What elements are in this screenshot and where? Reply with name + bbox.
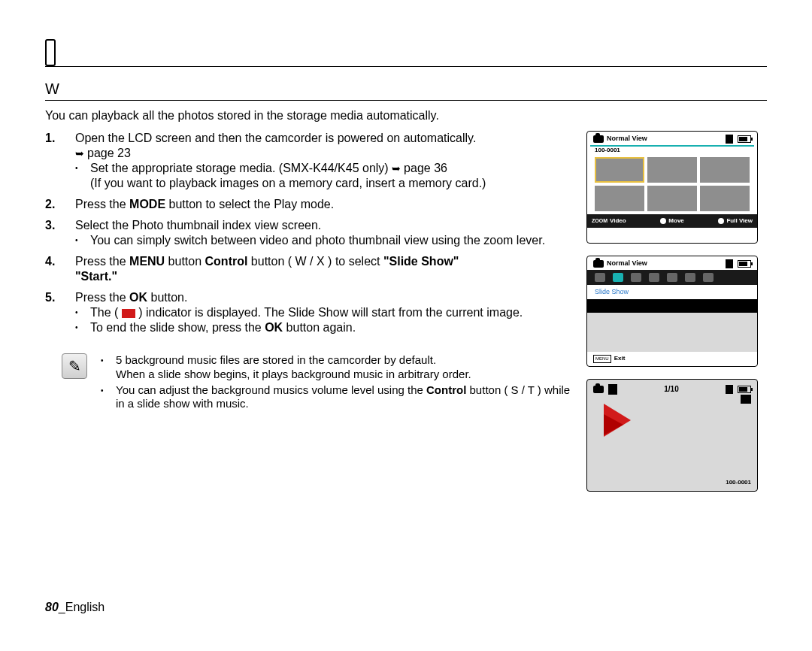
note-1: 5 background music files are stored in t… (101, 353, 577, 382)
camera-icon (593, 386, 604, 393)
slide-show-option[interactable]: Slide Show (587, 285, 757, 299)
fullview-icon (718, 218, 724, 224)
step-5-sub-2: To end the slide show, press the OK butt… (75, 320, 577, 335)
storage-icon (608, 384, 617, 395)
move-icon (660, 218, 666, 224)
folder-label: 100-0001 (726, 479, 751, 486)
view-title: Normal View (607, 259, 647, 268)
thumb-2[interactable] (647, 157, 697, 183)
camera-icon (593, 135, 604, 143)
slideshow-indicator-icon (122, 309, 135, 318)
note-2: You can adjust the background musics vol… (101, 383, 577, 412)
lcd-slideshow-play: 1/10 100-0001 (586, 379, 758, 492)
step-1-sub: Set the appropriate storage media. (SMX-… (75, 161, 577, 191)
thumb-5[interactable] (647, 186, 697, 211)
move-label: Move (668, 217, 683, 225)
camera-icon (593, 260, 604, 268)
step-5-sub-1: The ( ) indicator is displayed. The Slid… (75, 305, 577, 320)
menu-ico-5[interactable] (667, 273, 677, 282)
battery-icon (738, 260, 751, 268)
storage-icon (726, 259, 733, 268)
note-icon: ✎ (62, 353, 87, 379)
step-2: 2. Press the MODE button to select the P… (75, 197, 577, 212)
thumb-1[interactable] (595, 157, 644, 183)
play-tab-icon (45, 39, 56, 66)
menu-ico-7[interactable] (703, 273, 714, 282)
thumb-4[interactable] (595, 186, 644, 211)
view-title: Normal View (607, 135, 647, 143)
lcd-thumbnail-view: Normal View 100-0001 (586, 131, 758, 244)
video-label: Video (610, 217, 626, 225)
page-footer: 80_English (45, 600, 105, 615)
intro-text: You can playback all the photos stored i… (45, 108, 767, 123)
page-ref-23: page 23 (75, 147, 131, 159)
thumb-6[interactable] (700, 186, 750, 211)
photo-counter: 1/10 (664, 385, 678, 395)
thumb-3[interactable] (700, 157, 750, 183)
step-1: 1. Open the LCD screen and then the camc… (75, 131, 577, 191)
section-title: W (45, 80, 767, 101)
lcd-menu-view: Normal View Slide Show (586, 256, 758, 367)
storage-icon (726, 135, 733, 144)
folder-label: 100-0001 (587, 147, 757, 154)
menu-ico-1[interactable] (595, 273, 605, 282)
slideshow-play-icon-shadow (604, 414, 623, 435)
menu-exit[interactable]: MENU Exit (593, 355, 625, 364)
menu-ico-4[interactable] (649, 273, 659, 282)
step-3-sub: You can simply switch between video and … (75, 233, 577, 248)
storage-icon-2 (726, 385, 733, 394)
step-4: 4. Press the MENU button Control button … (75, 254, 577, 284)
menu-ico-6[interactable] (685, 273, 695, 282)
header-divider (45, 66, 767, 67)
step-3: 3. Select the Photo thumbnail index view… (75, 218, 577, 248)
menu-icon-row (587, 270, 757, 285)
step-5: 5. Press the OK button. The ( ) indicato… (75, 290, 577, 335)
battery-icon (738, 386, 751, 393)
fullview-label: Full View (726, 217, 753, 225)
battery-icon (738, 135, 751, 143)
card-icon (741, 395, 751, 404)
menu-ico-3[interactable] (631, 273, 641, 282)
menu-ico-slideshow[interactable] (613, 273, 623, 282)
